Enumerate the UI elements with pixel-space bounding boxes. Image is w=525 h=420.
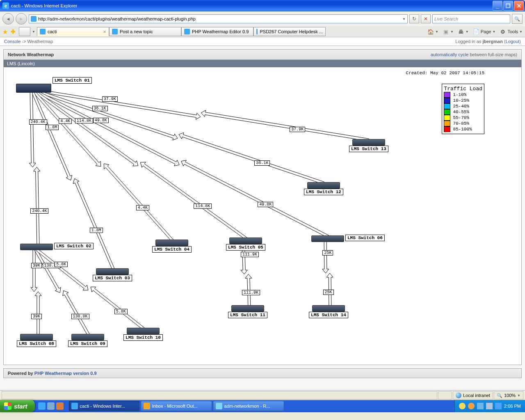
bandwidth-label: 240.4K bbox=[30, 208, 48, 214]
browser-tab[interactable]: PSD267 Computer Helpdesk ... bbox=[253, 27, 326, 36]
back-button[interactable]: ◄ bbox=[2, 13, 14, 25]
bandwidth-label: 1.8M bbox=[46, 125, 59, 130]
security-zone[interactable]: Local intranet bbox=[453, 391, 493, 399]
switch-node[interactable]: LMS Switch 01 bbox=[16, 84, 51, 93]
print-button[interactable]: 🖶▼ bbox=[458, 28, 469, 35]
tray-icon[interactable] bbox=[459, 403, 466, 409]
switch-node[interactable]: LMS Switch 14 bbox=[312, 305, 345, 312]
switch-icon bbox=[20, 244, 53, 250]
search-box[interactable]: Live Search bbox=[432, 14, 510, 23]
taskbar-button[interactable]: adm-networkmon - R... bbox=[213, 401, 284, 411]
taskbar-button[interactable]: Inbox - Microsoft Out... bbox=[141, 401, 212, 411]
map-subheader: LMS (Lincoln) bbox=[4, 60, 521, 67]
ql-app-icon[interactable] bbox=[56, 402, 64, 410]
ql-desktop-icon[interactable] bbox=[47, 402, 55, 410]
svg-marker-1 bbox=[201, 110, 369, 141]
tab-favicon bbox=[256, 29, 258, 34]
taskbar-button[interactable]: cacti - Windows Inter... bbox=[68, 401, 140, 411]
home-button[interactable]: 🏠▼ bbox=[427, 28, 438, 35]
refresh-button[interactable]: ↻ bbox=[409, 14, 419, 23]
switch-node[interactable]: LMS Switch 05 bbox=[229, 237, 262, 244]
switch-label: LMS Switch 08 bbox=[17, 340, 56, 347]
weathermap-panel: Network Weathermap automatically cycle b… bbox=[3, 49, 522, 365]
tray-icon[interactable] bbox=[495, 403, 502, 409]
close-button[interactable]: ✕ bbox=[514, 1, 524, 11]
tools-menu[interactable]: ⚙Tools▼ bbox=[500, 28, 523, 35]
zoom-icon: 🔍 bbox=[497, 393, 502, 398]
breadcrumb-sep: -> bbox=[22, 39, 26, 44]
switch-node[interactable]: LMS Switch 10 bbox=[127, 328, 160, 334]
maximize-button[interactable]: ❐ bbox=[503, 1, 513, 11]
logout-link[interactable]: Logout bbox=[506, 39, 520, 44]
bandwidth-label: 36.1K bbox=[254, 160, 270, 166]
tray-icon[interactable] bbox=[477, 403, 484, 409]
switch-label: LMS Switch 01 bbox=[52, 77, 92, 84]
forward-button[interactable]: ► bbox=[16, 13, 27, 25]
footer-link[interactable]: PHP Weathermap version 0.9 bbox=[34, 371, 97, 376]
switch-node[interactable]: LMS Switch 02 bbox=[20, 244, 53, 250]
search-button[interactable]: 🔍 bbox=[512, 14, 523, 24]
ie-icon: e bbox=[2, 2, 9, 9]
bandwidth-label: 1.8M bbox=[90, 228, 103, 233]
browser-tab[interactable]: cacti✕ bbox=[37, 27, 109, 36]
switch-icon bbox=[20, 334, 53, 340]
address-bar[interactable]: http://adm-networkmon/cacti/plugins/weat… bbox=[29, 14, 408, 23]
switch-icon bbox=[96, 268, 129, 275]
switch-node[interactable]: LMS Switch 08 bbox=[20, 334, 53, 340]
bandwidth-label: 25K bbox=[322, 250, 333, 256]
browser-tab[interactable]: PHP Weathermap Editor 0.9 bbox=[181, 27, 253, 36]
minimize-button[interactable]: _ bbox=[493, 1, 502, 11]
url-dropdown-icon[interactable]: ▼ bbox=[402, 17, 406, 21]
zoom-control[interactable]: 🔍100%▼ bbox=[494, 391, 523, 399]
gear-icon: ⚙ bbox=[500, 28, 506, 35]
systray[interactable]: 2:06 PM bbox=[454, 400, 525, 412]
switch-label: LMS Switch 10 bbox=[123, 334, 163, 341]
stop-button[interactable]: ✕ bbox=[421, 14, 431, 23]
switch-node[interactable]: LMS Switch 13 bbox=[352, 139, 385, 146]
switch-node[interactable]: LMS Switch 04 bbox=[155, 240, 188, 246]
switch-label: LMS Switch 09 bbox=[68, 340, 107, 347]
console-link[interactable]: Console bbox=[4, 39, 21, 44]
username: jbergman bbox=[482, 39, 503, 44]
bandwidth-label: 25K bbox=[323, 290, 334, 295]
switch-node[interactable]: LMS Switch 11 bbox=[231, 305, 264, 312]
panel-title: Network Weathermap bbox=[8, 52, 54, 57]
ie-statusbar: Local intranet 🔍100%▼ bbox=[0, 390, 525, 400]
start-button[interactable]: start bbox=[0, 400, 35, 412]
tab-close-icon[interactable]: ✕ bbox=[103, 30, 106, 34]
tools-label: Tools bbox=[507, 29, 518, 34]
link-layer bbox=[4, 67, 482, 365]
switch-label: LMS Switch 14 bbox=[309, 312, 348, 318]
browser-tab[interactable]: Post a new topic bbox=[109, 27, 181, 36]
bandwidth-label: 36.1K bbox=[92, 106, 108, 111]
favorites-icon[interactable]: ★ bbox=[2, 28, 9, 35]
ql-ie-icon[interactable] bbox=[38, 402, 46, 410]
address-text: http://adm-networkmon/cacti/plugins/weat… bbox=[38, 16, 401, 21]
switch-node[interactable]: LMS Switch 12 bbox=[307, 182, 340, 189]
tray-icon[interactable] bbox=[486, 403, 493, 409]
switch-label: LMS Switch 03 bbox=[93, 275, 132, 281]
feeds-button[interactable]: ▣▼ bbox=[443, 28, 454, 35]
logged-in-label: Logged in as bbox=[455, 39, 482, 44]
page-menu[interactable]: 📄Page▼ bbox=[473, 28, 496, 35]
switch-node[interactable]: LMS Switch 09 bbox=[71, 334, 104, 340]
clock[interactable]: 2:06 PM bbox=[504, 404, 521, 409]
bandwidth-label: 111.9K bbox=[242, 290, 260, 295]
quick-tabs-button[interactable] bbox=[19, 27, 30, 36]
bandwidth-label: 37.9K bbox=[102, 96, 118, 102]
footer-prefix: Powered by bbox=[8, 371, 34, 376]
home-icon: 🏠 bbox=[427, 28, 434, 35]
cycle-link[interactable]: automatically cycle bbox=[431, 52, 468, 57]
network-map[interactable]: Created: May 02 2007 14:05:15 Traffic Lo… bbox=[4, 67, 521, 365]
taskbar: start cacti - Windows Inter...Inbox - Mi… bbox=[0, 400, 525, 412]
switch-label: LMS Switch 13 bbox=[349, 146, 388, 152]
add-favorite-icon[interactable]: ✚ bbox=[11, 28, 17, 35]
svg-marker-18 bbox=[34, 247, 88, 290]
tab-list-dropdown[interactable]: ▼ bbox=[32, 30, 35, 34]
rss-icon: ▣ bbox=[443, 28, 449, 35]
tray-icon[interactable] bbox=[468, 403, 475, 409]
switch-icon bbox=[16, 84, 51, 93]
switch-node[interactable]: LMS Switch 03 bbox=[96, 268, 129, 275]
bandwidth-label: 5.8K bbox=[55, 262, 68, 267]
switch-node[interactable]: LMS Switch 06 bbox=[311, 235, 344, 242]
